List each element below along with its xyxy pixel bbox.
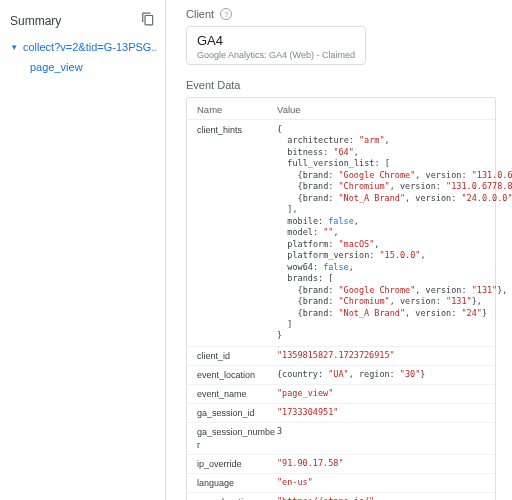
table-row: page_location"https://stape.io/" bbox=[187, 493, 495, 500]
sidebar-item-label: collect?v=2&tid=G-13PSG... bbox=[23, 41, 157, 53]
summary-label: Summary bbox=[10, 14, 61, 28]
cell-value: "1733304951" bbox=[277, 407, 485, 418]
main: Client ? GA4 Google Analytics: GA4 (Web)… bbox=[166, 0, 512, 500]
table-row: event_location{country: "UA", region: "3… bbox=[187, 366, 495, 385]
client-label-text: Client bbox=[186, 8, 214, 20]
sidebar-item-collect[interactable]: ▾ collect?v=2&tid=G-13PSG... bbox=[8, 37, 157, 57]
cell-key: language bbox=[197, 477, 277, 489]
event-table-header: Name Value bbox=[187, 98, 495, 120]
cell-key: client_hints bbox=[197, 124, 277, 136]
sidebar-item-label: page_view bbox=[30, 61, 83, 73]
cell-key: page_location bbox=[197, 496, 277, 500]
cell-key: ga_session_number bbox=[197, 426, 277, 450]
client-subtext: Google Analytics: GA4 (Web) - Claimed bbox=[197, 50, 355, 60]
event-data-card: Name Value client_hints { architecture: … bbox=[186, 97, 496, 500]
table-row: event_name"page_view" bbox=[187, 385, 495, 404]
client-box[interactable]: GA4 Google Analytics: GA4 (Web) - Claime… bbox=[186, 26, 366, 65]
table-row: ga_session_id"1733304951" bbox=[187, 404, 495, 423]
cell-value: "1359815827.1723726915" bbox=[277, 350, 485, 361]
cell-value: "page_view" bbox=[277, 388, 485, 399]
summary-header: Summary bbox=[8, 10, 157, 37]
col-value-header: Value bbox=[277, 104, 485, 115]
cell-key: event_name bbox=[197, 388, 277, 400]
row-client-hints: client_hints { architecture: "arm", bitn… bbox=[187, 120, 495, 347]
table-row: language"en-us" bbox=[187, 474, 495, 493]
sidebar: Summary ▾ collect?v=2&tid=G-13PSG... pag… bbox=[0, 0, 166, 500]
cell-value: "91.90.17.58" bbox=[277, 458, 485, 469]
caret-down-icon: ▾ bbox=[12, 42, 17, 52]
sidebar-item-pageview[interactable]: page_view bbox=[8, 57, 157, 77]
cell-key: ip_override bbox=[197, 458, 277, 470]
table-row: client_id"1359815827.1723726915" bbox=[187, 347, 495, 366]
cell-value: {country: "UA", region: "30"} bbox=[277, 369, 485, 380]
cell-value: "https://stape.io/" bbox=[277, 496, 485, 500]
table-row: ip_override"91.90.17.58" bbox=[187, 455, 495, 474]
cell-key: client_id bbox=[197, 350, 277, 362]
copy-icon[interactable] bbox=[141, 12, 155, 29]
col-name-header: Name bbox=[197, 104, 277, 115]
cell-value: "en-us" bbox=[277, 477, 485, 488]
cell-value: 3 bbox=[277, 426, 485, 437]
event-section-label: Event Data bbox=[186, 79, 496, 91]
cell-value: { architecture: "arm", bitness: "64", fu… bbox=[277, 124, 512, 342]
client-section-label: Client ? bbox=[186, 8, 496, 20]
cell-key: event_location bbox=[197, 369, 277, 381]
help-icon[interactable]: ? bbox=[220, 8, 232, 20]
cell-key: ga_session_id bbox=[197, 407, 277, 419]
table-row: ga_session_number3 bbox=[187, 423, 495, 454]
client-name: GA4 bbox=[197, 33, 355, 48]
